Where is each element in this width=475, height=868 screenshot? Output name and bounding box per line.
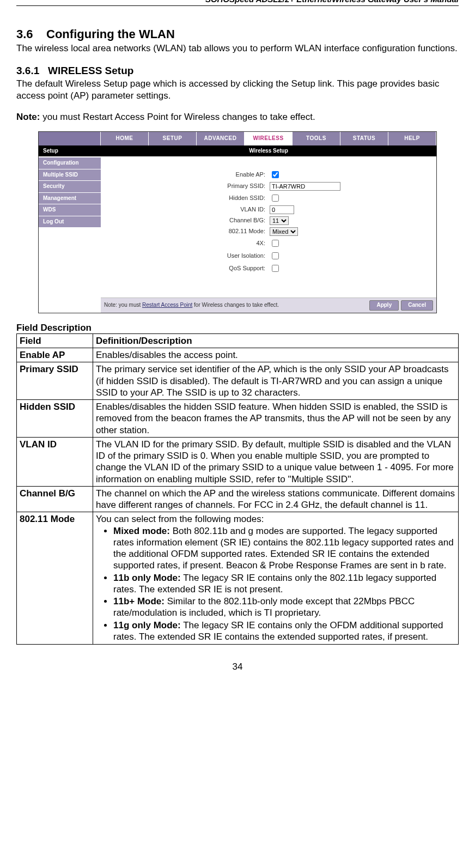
cell-def: Enables/disables the access point. [93, 348, 459, 362]
enable-ap-label: Enable AP: [106, 171, 270, 179]
cell-def: Enables/disables the hidden SSID feature… [93, 400, 459, 438]
mode-item: Mixed mode: Both 802.11b and g modes are… [113, 525, 455, 572]
mode-title: Mixed mode: [113, 526, 170, 536]
tab-wireless[interactable]: WIRELESS [245, 132, 293, 145]
vlan-id-input[interactable] [270, 205, 294, 214]
qos-label: QoS Support: [106, 265, 270, 272]
footer-bar: Note: you must Restart Access Point for … [101, 298, 436, 313]
cell-def: The channel on which the AP and the wire… [93, 486, 459, 512]
field-description-heading: Field Description [16, 322, 459, 333]
cell-field: Primary SSID [17, 362, 93, 400]
cell-field: Hidden SSID [17, 400, 93, 438]
sidebar-header: Setup [39, 145, 101, 157]
cell-def: The VLAN ID for the primary SSID. By def… [93, 437, 459, 486]
tab-advanced[interactable]: ADVANCED [197, 132, 245, 145]
user-isolation-label: User Isolation: [106, 252, 270, 260]
mode-item: 11g only Mode: The legacy SR IE contains… [113, 620, 455, 643]
mode-list: Mixed mode: Both 802.11b and g modes are… [96, 525, 455, 643]
cancel-button[interactable]: Cancel [401, 300, 433, 311]
enable-ap-checkbox[interactable] [272, 171, 279, 178]
table-header-definition: Definition/Description [93, 333, 459, 348]
cell-field: 802.11 Mode [17, 512, 93, 645]
tab-status[interactable]: STATUS [340, 132, 388, 145]
apply-button[interactable]: Apply [369, 300, 399, 311]
mode-title: 11b+ Mode: [113, 596, 165, 606]
cell-field: VLAN ID [17, 437, 93, 486]
vlan-id-label: VLAN ID: [106, 206, 270, 214]
subsection-heading: 3.6.1 WIRELESS Setup [16, 64, 459, 77]
mode-title: 11b only Mode: [113, 573, 181, 583]
mode-title: 11g only Mode: [113, 620, 181, 630]
hidden-ssid-checkbox[interactable] [272, 195, 279, 202]
page-number: 34 [16, 661, 459, 672]
tab-tools[interactable]: TOOLS [293, 132, 340, 145]
mode-item: 11b only Mode: The legacy SR IE contains… [113, 572, 455, 596]
note-label: Note: [16, 112, 40, 122]
cell-field: Channel B/G [17, 486, 93, 512]
table-row: VLAN IDThe VLAN ID for the primary SSID.… [17, 437, 459, 486]
running-header: SOHOSpeed ADSL2/2+ Ethernet/Wireless Gat… [16, 0, 459, 5]
mode-select[interactable]: Mixed [270, 227, 298, 236]
fourx-label: 4X: [106, 240, 270, 247]
channel-label: Channel B/G: [106, 217, 270, 224]
channel-select[interactable]: 11 [270, 216, 289, 225]
table-header-field: Field [17, 333, 93, 348]
mode-label: 802.11 Mode: [106, 228, 270, 235]
mode-intro: You can select from the following modes: [96, 514, 264, 524]
table-row: 802.11 Mode You can select from the foll… [17, 512, 459, 645]
cell-def: The primary service set identifier of th… [93, 362, 459, 400]
fourx-checkbox[interactable] [272, 240, 279, 247]
subsection-title: WIRELESS Setup [48, 65, 133, 76]
primary-ssid-label: Primary SSID: [106, 183, 270, 190]
table-row: Primary SSIDThe primary service set iden… [17, 362, 459, 400]
note-line: Note: you must Restart Access Point for … [16, 111, 459, 123]
note-text: you must Restart Access Point for Wirele… [42, 112, 315, 122]
footer-note-suffix: for Wireless changes to take effect. [192, 302, 279, 308]
main-pane: Wireless Setup Enable AP: Primary SSID: … [101, 145, 436, 313]
subsection-intro: The default Wireless Setup page which is… [16, 78, 459, 101]
table-row: Channel B/GThe channel on which the AP a… [17, 486, 459, 512]
mode-item: 11b+ Mode: Similar to the 802.11b-only m… [113, 596, 455, 619]
field-description-table: Field Definition/Description Enable APEn… [16, 333, 459, 645]
cell-def: You can select from the following modes:… [93, 512, 459, 645]
section-heading: 3.6 Configuring the WLAN [16, 27, 459, 42]
table-row: Enable APEnables/disables the access poi… [17, 348, 459, 362]
main-pane-title: Wireless Setup [101, 145, 436, 157]
tab-spacer [39, 132, 101, 145]
tab-home[interactable]: HOME [101, 132, 149, 145]
hidden-ssid-label: Hidden SSID: [106, 195, 270, 202]
tab-help[interactable]: HELP [388, 132, 436, 145]
section-intro: The wireless local area networks (WLAN) … [16, 43, 459, 54]
section-title: Configuring the WLAN [46, 27, 175, 41]
form-area: Enable AP: Primary SSID: Hidden SSID: VL… [101, 156, 436, 298]
sidebar-item-security[interactable]: Security [39, 181, 101, 192]
subsection-number: 3.6.1 [16, 65, 39, 76]
cell-field: Enable AP [17, 348, 93, 362]
footer-note-prefix: Note: you must [104, 302, 142, 308]
primary-ssid-input[interactable] [270, 182, 340, 191]
tab-setup[interactable]: SETUP [149, 132, 197, 145]
qos-checkbox[interactable] [272, 265, 279, 272]
sidebar-item-logout[interactable]: Log Out [39, 216, 101, 228]
table-row: Hidden SSIDEnables/disables the hidden S… [17, 400, 459, 438]
sidebar: Setup Configuration Multiple SSID Securi… [39, 145, 101, 313]
sidebar-item-multiple-ssid[interactable]: Multiple SSID [39, 169, 101, 181]
restart-access-point-link[interactable]: Restart Access Point [142, 302, 192, 308]
sidebar-item-management[interactable]: Management [39, 193, 101, 204]
user-isolation-checkbox[interactable] [272, 252, 279, 259]
wireless-setup-screenshot: HOME SETUP ADVANCED WIRELESS TOOLS STATU… [38, 131, 437, 313]
section-number: 3.6 [16, 27, 33, 41]
top-tab-bar: HOME SETUP ADVANCED WIRELESS TOOLS STATU… [39, 132, 436, 145]
sidebar-item-configuration[interactable]: Configuration [39, 157, 101, 169]
sidebar-item-wds[interactable]: WDS [39, 204, 101, 216]
